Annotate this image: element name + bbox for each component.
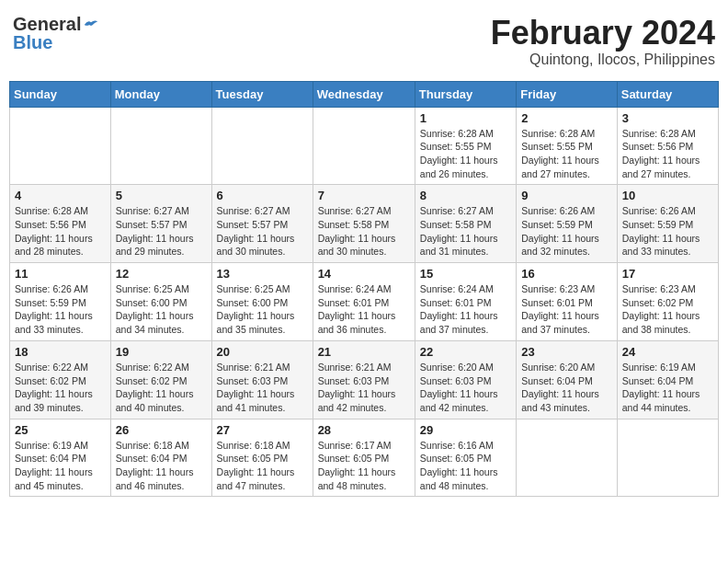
calendar-cell bbox=[211, 107, 313, 185]
day-info: Sunrise: 6:19 AM Sunset: 6:04 PM Dayligh… bbox=[622, 361, 713, 415]
calendar-cell: 20Sunrise: 6:21 AM Sunset: 6:03 PM Dayli… bbox=[211, 340, 313, 419]
calendar-cell: 23Sunrise: 6:20 AM Sunset: 6:04 PM Dayli… bbox=[517, 340, 618, 419]
day-number: 6 bbox=[217, 189, 308, 202]
calendar-cell: 14Sunrise: 6:24 AM Sunset: 6:01 PM Dayli… bbox=[313, 263, 415, 341]
day-info: Sunrise: 6:28 AM Sunset: 5:55 PM Dayligh… bbox=[521, 127, 612, 181]
calendar-table: SundayMondayTuesdayWednesdayThursdayFrid… bbox=[9, 81, 719, 498]
day-info: Sunrise: 6:27 AM Sunset: 5:57 PM Dayligh… bbox=[217, 204, 308, 259]
calendar-cell: 6Sunrise: 6:27 AM Sunset: 5:57 PM Daylig… bbox=[211, 185, 313, 263]
weekday-saturday: Saturday bbox=[617, 81, 718, 107]
weekday-wednesday: Wednesday bbox=[313, 81, 415, 107]
day-number: 5 bbox=[116, 189, 207, 202]
day-number: 1 bbox=[420, 111, 511, 125]
day-info: Sunrise: 6:20 AM Sunset: 6:03 PM Dayligh… bbox=[420, 361, 511, 415]
calendar-week-row: 4Sunrise: 6:28 AM Sunset: 5:56 PM Daylig… bbox=[10, 185, 719, 263]
day-info: Sunrise: 6:25 AM Sunset: 6:00 PM Dayligh… bbox=[116, 282, 207, 337]
calendar-cell: 7Sunrise: 6:27 AM Sunset: 5:58 PM Daylig… bbox=[313, 185, 415, 263]
day-number: 11 bbox=[15, 267, 106, 281]
day-info: Sunrise: 6:28 AM Sunset: 5:55 PM Dayligh… bbox=[420, 127, 511, 181]
calendar-cell bbox=[313, 107, 415, 185]
day-info: Sunrise: 6:18 AM Sunset: 6:05 PM Dayligh… bbox=[217, 439, 308, 493]
calendar-cell bbox=[617, 419, 718, 497]
calendar-cell: 15Sunrise: 6:24 AM Sunset: 6:01 PM Dayli… bbox=[415, 263, 516, 341]
day-number: 2 bbox=[521, 111, 612, 125]
day-number: 22 bbox=[420, 345, 511, 359]
day-number: 29 bbox=[420, 423, 511, 437]
day-info: Sunrise: 6:27 AM Sunset: 5:58 PM Dayligh… bbox=[420, 204, 511, 259]
day-number: 23 bbox=[521, 345, 612, 359]
calendar-cell: 16Sunrise: 6:23 AM Sunset: 6:01 PM Dayli… bbox=[517, 263, 618, 341]
month-title: February 2024 bbox=[491, 15, 715, 52]
calendar-cell: 17Sunrise: 6:23 AM Sunset: 6:02 PM Dayli… bbox=[617, 263, 718, 341]
logo-general: General bbox=[13, 15, 81, 33]
calendar-cell: 19Sunrise: 6:22 AM Sunset: 6:02 PM Dayli… bbox=[110, 340, 211, 419]
day-number: 15 bbox=[420, 267, 511, 281]
calendar-cell: 2Sunrise: 6:28 AM Sunset: 5:55 PM Daylig… bbox=[517, 107, 618, 185]
weekday-monday: Monday bbox=[110, 81, 211, 107]
calendar-week-row: 11Sunrise: 6:26 AM Sunset: 5:59 PM Dayli… bbox=[10, 263, 719, 341]
day-info: Sunrise: 6:23 AM Sunset: 6:02 PM Dayligh… bbox=[622, 282, 713, 337]
weekday-header-row: SundayMondayTuesdayWednesdayThursdayFrid… bbox=[10, 81, 719, 107]
day-info: Sunrise: 6:23 AM Sunset: 6:01 PM Dayligh… bbox=[521, 282, 612, 337]
day-number: 16 bbox=[521, 267, 612, 281]
calendar-cell: 25Sunrise: 6:19 AM Sunset: 6:04 PM Dayli… bbox=[10, 419, 111, 497]
calendar-cell: 22Sunrise: 6:20 AM Sunset: 6:03 PM Dayli… bbox=[415, 340, 516, 419]
calendar-cell: 10Sunrise: 6:26 AM Sunset: 5:59 PM Dayli… bbox=[617, 185, 718, 263]
day-number: 12 bbox=[116, 267, 207, 281]
calendar-cell: 24Sunrise: 6:19 AM Sunset: 6:04 PM Dayli… bbox=[617, 340, 718, 419]
calendar-cell: 26Sunrise: 6:18 AM Sunset: 6:04 PM Dayli… bbox=[110, 419, 211, 497]
day-number: 25 bbox=[15, 423, 106, 437]
day-info: Sunrise: 6:27 AM Sunset: 5:58 PM Dayligh… bbox=[318, 204, 410, 259]
calendar-cell: 27Sunrise: 6:18 AM Sunset: 6:05 PM Dayli… bbox=[211, 419, 313, 497]
day-info: Sunrise: 6:28 AM Sunset: 5:56 PM Dayligh… bbox=[622, 127, 713, 181]
location-title: Quintong, Ilocos, Philippines bbox=[491, 52, 715, 68]
day-number: 24 bbox=[622, 345, 713, 359]
day-number: 4 bbox=[15, 189, 106, 202]
day-number: 8 bbox=[420, 189, 511, 202]
calendar-cell: 12Sunrise: 6:25 AM Sunset: 6:00 PM Dayli… bbox=[110, 263, 211, 341]
calendar-cell bbox=[517, 419, 618, 497]
day-info: Sunrise: 6:28 AM Sunset: 5:56 PM Dayligh… bbox=[15, 204, 106, 259]
day-number: 28 bbox=[318, 423, 410, 437]
day-number: 19 bbox=[116, 345, 207, 359]
calendar-cell: 18Sunrise: 6:22 AM Sunset: 6:02 PM Dayli… bbox=[10, 340, 111, 419]
day-info: Sunrise: 6:20 AM Sunset: 6:04 PM Dayligh… bbox=[521, 361, 612, 415]
weekday-friday: Friday bbox=[517, 81, 618, 107]
calendar-cell bbox=[10, 107, 111, 185]
calendar-cell: 13Sunrise: 6:25 AM Sunset: 6:00 PM Dayli… bbox=[211, 263, 313, 341]
day-info: Sunrise: 6:24 AM Sunset: 6:01 PM Dayligh… bbox=[420, 282, 511, 337]
day-number: 21 bbox=[318, 345, 410, 359]
calendar-cell: 9Sunrise: 6:26 AM Sunset: 5:59 PM Daylig… bbox=[517, 185, 618, 263]
calendar-cell: 29Sunrise: 6:16 AM Sunset: 6:05 PM Dayli… bbox=[415, 419, 516, 497]
calendar-cell: 21Sunrise: 6:21 AM Sunset: 6:03 PM Dayli… bbox=[313, 340, 415, 419]
bird-icon bbox=[83, 17, 99, 30]
day-info: Sunrise: 6:22 AM Sunset: 6:02 PM Dayligh… bbox=[116, 361, 207, 415]
day-number: 18 bbox=[15, 345, 106, 359]
day-number: 26 bbox=[116, 423, 207, 437]
calendar-week-row: 18Sunrise: 6:22 AM Sunset: 6:02 PM Dayli… bbox=[10, 340, 719, 419]
day-number: 10 bbox=[622, 189, 713, 202]
day-info: Sunrise: 6:18 AM Sunset: 6:04 PM Dayligh… bbox=[116, 439, 207, 493]
day-info: Sunrise: 6:21 AM Sunset: 6:03 PM Dayligh… bbox=[217, 361, 308, 415]
day-number: 17 bbox=[622, 267, 713, 281]
day-number: 7 bbox=[318, 189, 410, 202]
day-number: 13 bbox=[217, 267, 308, 281]
day-info: Sunrise: 6:16 AM Sunset: 6:05 PM Dayligh… bbox=[420, 439, 511, 493]
day-number: 20 bbox=[217, 345, 308, 359]
day-info: Sunrise: 6:26 AM Sunset: 5:59 PM Dayligh… bbox=[15, 282, 106, 337]
weekday-thursday: Thursday bbox=[415, 81, 516, 107]
calendar-cell: 1Sunrise: 6:28 AM Sunset: 5:55 PM Daylig… bbox=[415, 107, 516, 185]
weekday-tuesday: Tuesday bbox=[211, 81, 313, 107]
calendar-cell bbox=[110, 107, 211, 185]
day-info: Sunrise: 6:21 AM Sunset: 6:03 PM Dayligh… bbox=[318, 361, 410, 415]
logo-blue: Blue bbox=[13, 33, 52, 52]
day-number: 14 bbox=[318, 267, 410, 281]
title-area: February 2024 Quintong, Ilocos, Philippi… bbox=[491, 15, 715, 68]
calendar-cell: 3Sunrise: 6:28 AM Sunset: 5:56 PM Daylig… bbox=[617, 107, 718, 185]
day-number: 3 bbox=[622, 111, 713, 125]
day-info: Sunrise: 6:17 AM Sunset: 6:05 PM Dayligh… bbox=[318, 439, 410, 493]
calendar-cell: 28Sunrise: 6:17 AM Sunset: 6:05 PM Dayli… bbox=[313, 419, 415, 497]
day-info: Sunrise: 6:27 AM Sunset: 5:57 PM Dayligh… bbox=[116, 204, 207, 259]
day-info: Sunrise: 6:22 AM Sunset: 6:02 PM Dayligh… bbox=[15, 361, 106, 415]
calendar-cell: 8Sunrise: 6:27 AM Sunset: 5:58 PM Daylig… bbox=[415, 185, 516, 263]
